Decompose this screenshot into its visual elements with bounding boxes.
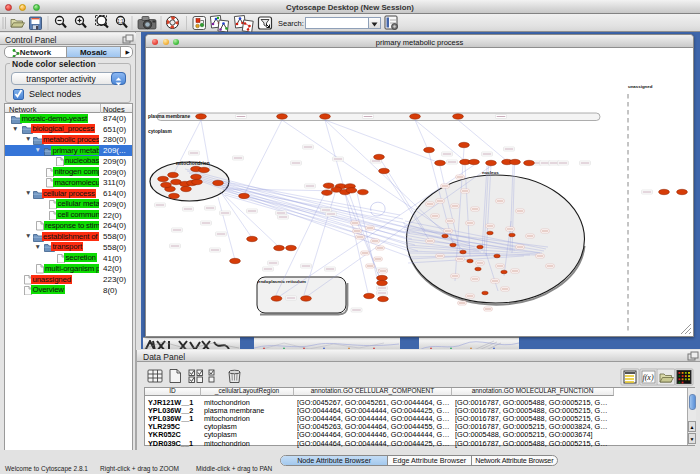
svg-text:endoplasmic reticulum: endoplasmic reticulum — [258, 279, 306, 284]
svg-text:f(x): f(x) — [642, 373, 653, 382]
svg-text:1:1: 1:1 — [117, 19, 124, 24]
svg-text:plasma membrane: plasma membrane — [148, 114, 190, 119]
svg-text:nucleus: nucleus — [482, 170, 499, 175]
svg-text:mitochondrion: mitochondrion — [176, 161, 210, 166]
svg-text:cytoplasm: cytoplasm — [148, 129, 172, 134]
svg-text:unassigned: unassigned — [628, 84, 653, 89]
